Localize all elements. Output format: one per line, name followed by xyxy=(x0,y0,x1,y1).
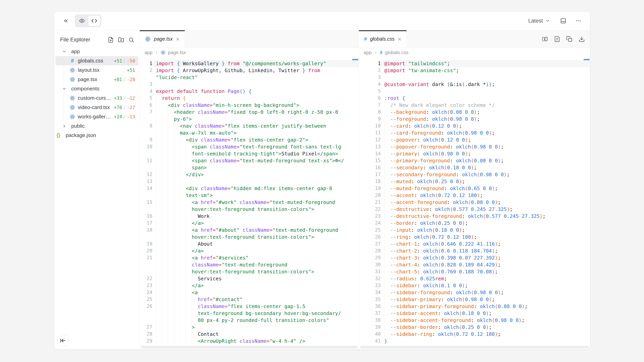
collapse-explorer-button[interactable] xyxy=(57,335,68,346)
tree-item-custom-curs[interactable]: custom-curs…+33/-12 xyxy=(55,93,138,103)
split-editor-icon xyxy=(542,36,548,42)
version-selector[interactable]: Latest xyxy=(527,18,551,24)
tree-indent-guide xyxy=(64,112,64,121)
react-icon xyxy=(70,77,76,82)
code-row: 14<div className="hidden md:flex items-c… xyxy=(140,185,359,192)
code-row: 7<header className="fixed top-0 left-0 r… xyxy=(140,109,359,116)
code-row: 21<a href="#services" xyxy=(140,254,359,261)
overview-ruler-mark xyxy=(352,59,358,60)
editor-window: Latest File Explorer xyxy=(54,11,590,350)
code-row: 36--sidebar-primary-foreground: oklch(0.… xyxy=(359,303,590,310)
code-row: 80 px-4 py-2 rounded-full transition-col… xyxy=(140,317,359,324)
code-row: 16Work xyxy=(140,213,359,220)
code-row: 27> xyxy=(140,324,359,331)
file-tree: app#globals.css+51/-50layout.tsx+51page.… xyxy=(54,47,140,140)
close-icon[interactable]: × xyxy=(398,36,402,42)
code-row: 37--sidebar-accent: oklch(0.18 0 0); xyxy=(359,310,590,317)
panel-bottom-icon xyxy=(560,18,566,24)
code-row: text-foreground bg-secondary hover:bg-se… xyxy=(140,310,359,317)
file-diff-button[interactable] xyxy=(554,36,560,42)
chevron-down-icon xyxy=(62,49,67,54)
json-braces-icon: {} xyxy=(55,133,61,138)
code-row: 25href="#contact" xyxy=(140,296,359,303)
react-icon xyxy=(70,114,76,120)
code-row: 1import { WorksGallery } from "@/compone… xyxy=(140,60,359,67)
tree-item-app[interactable]: app xyxy=(55,47,138,56)
diff-stats: +51 xyxy=(127,68,138,73)
tree-item-components[interactable]: components xyxy=(55,84,138,93)
new-file-button[interactable] xyxy=(108,37,114,43)
copy-icon xyxy=(566,36,572,42)
code-row: 19--muted-foreground: oklch(0.65 0 0); xyxy=(359,185,590,192)
code-row: 15--primary-foreground: oklch(0.08 0 0); xyxy=(359,157,590,164)
code-row: 9<div className="flex items-center gap-2… xyxy=(140,136,359,143)
code-row: 41} xyxy=(359,338,590,345)
code-row: 25--input: oklch(0.18 0 0); xyxy=(359,227,590,234)
eye-icon xyxy=(79,18,85,24)
code-row: 20--accent: oklch(0.72 0.12 180); xyxy=(359,192,590,199)
code-row: 32--radius: 0.625rem; xyxy=(359,275,590,282)
diff-stats: +24/-13 xyxy=(114,114,138,119)
tree-item-label: page.tsx xyxy=(78,76,97,82)
code-row: 23</a> xyxy=(140,282,359,289)
code-editor-page-tsx[interactable]: 1import { WorksGallery } from "@/compone… xyxy=(140,56,359,350)
ellipsis-icon xyxy=(575,18,581,24)
split-editor-button[interactable] xyxy=(542,36,548,42)
code-row: span> xyxy=(140,164,359,171)
panel-layout-button[interactable] xyxy=(560,18,566,24)
chevron-right-icon xyxy=(155,51,158,54)
breadcrumb-file: page.tsx xyxy=(168,50,186,55)
code-row: 11--card-foreground: oklch(0.98 0 0); xyxy=(359,129,590,136)
diff-stats: +51/-50 xyxy=(114,58,138,63)
tree-item-works-galler[interactable]: works-galler…+24/-13 xyxy=(55,112,138,121)
code-row: 26className="flex items-center gap-1.5 xyxy=(140,303,359,310)
code-row: 12--popover: oklch(0.12 0 0); xyxy=(359,136,590,143)
tree-item-package.json[interactable]: {}package.json xyxy=(55,131,138,140)
tree-item-label: package.json xyxy=(66,132,96,138)
code-row: 14--primary: oklch(0.98 0 0); xyxy=(359,150,590,157)
code-row: 5 xyxy=(359,88,590,95)
download-button[interactable] xyxy=(578,36,585,42)
diff-stats: +76/-27 xyxy=(114,105,138,110)
tree-item-public[interactable]: public xyxy=(55,121,138,131)
search-files-button[interactable] xyxy=(128,37,134,43)
code-row: 30--chart-4: oklch(0.828 0.189 84.429); xyxy=(359,261,590,268)
close-icon[interactable]: × xyxy=(176,36,180,42)
code-row: 13 xyxy=(140,178,359,185)
code-row: 16--secondary: oklch(0.18 0 0); xyxy=(359,164,590,171)
preview-toggle-button[interactable] xyxy=(76,15,88,26)
code-row: 4@custom-variant dark (&:is(.dark *)); xyxy=(359,81,590,88)
horizontal-scrollbar[interactable] xyxy=(141,346,358,349)
code-row: 8<nav className="flex items-center justi… xyxy=(140,122,359,129)
react-icon xyxy=(70,67,76,73)
collapse-sidebar-button[interactable] xyxy=(63,18,69,24)
code-row: 33--sidebar: oklch(0.1 0 0); xyxy=(359,282,590,289)
chevrons-left-icon xyxy=(63,18,69,24)
code-row: 28--chart-2: oklch(0.6 0.118 184.704); xyxy=(359,247,590,254)
code-row: 31--chart-5: oklch(0.769 0.188 70.08); xyxy=(359,268,590,275)
code-row: 3 xyxy=(359,74,590,81)
code-toggle-button[interactable] xyxy=(88,15,100,26)
tree-item-video-card.tsx[interactable]: video-card.tsx+76/-27 xyxy=(55,103,138,112)
tree-item-page.tsx[interactable]: page.tsx+81/-28 xyxy=(55,75,138,84)
code-row: 3 xyxy=(140,81,359,88)
new-file-icon xyxy=(108,37,114,43)
copy-button[interactable] xyxy=(566,36,572,42)
code-row: font-semibold tracking-tight">Studio Pix… xyxy=(140,150,359,157)
breadcrumb: app # globals.css xyxy=(359,48,590,56)
code-row: 11<span className="text-muted-foreground… xyxy=(140,157,359,164)
code-row: 18--muted: oklch(0.25 0 0); xyxy=(359,178,590,185)
tab-page-tsx[interactable]: page.tsx × xyxy=(140,30,185,47)
code-editor-globals-css[interactable]: 1@import "tailwindcss";2@import "tw-anim… xyxy=(359,56,590,350)
new-folder-button[interactable] xyxy=(118,37,124,43)
code-row: hover:text-foreground transition-colors"… xyxy=(140,206,359,213)
tree-item-layout.tsx[interactable]: layout.tsx+51 xyxy=(55,65,138,75)
tree-item-label: custom-curs… xyxy=(78,95,111,101)
more-options-button[interactable] xyxy=(575,18,581,24)
code-row: 35--sidebar-primary: oklch(0.98 0 0); xyxy=(359,296,590,303)
horizontal-scrollbar[interactable] xyxy=(360,346,589,349)
tree-item-globals.css[interactable]: #globals.css+51/-50 xyxy=(55,56,138,65)
css-hash-icon: # xyxy=(364,36,367,42)
tree-indent-guide xyxy=(64,56,64,65)
tab-globals-css[interactable]: # globals.css × xyxy=(359,30,407,47)
